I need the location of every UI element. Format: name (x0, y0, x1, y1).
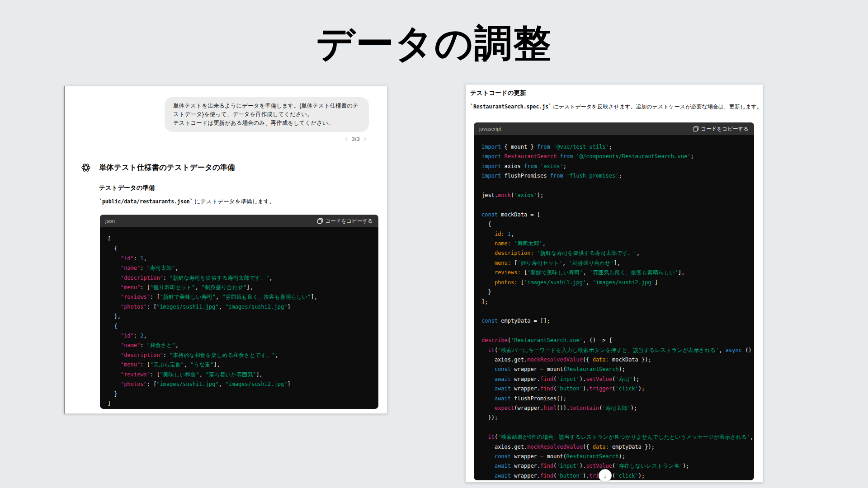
chat-screenshot-right: テストコードの更新 `RestaurantSearch.spec.js` にテス… (465, 84, 763, 483)
inline-code-path: `RestaurantSearch.spec.js` (470, 103, 552, 110)
json-code-block: json コードをコピーする [ { "id": 1, "name": "寿司太… (100, 215, 378, 409)
copy-icon (693, 126, 698, 131)
assistant-message-header: 単体テスト仕様書のテストデータの準備 (80, 162, 376, 173)
intro-text: にテストデータを準備します。 (193, 198, 275, 205)
assistant-intro-text: `RestaurantSearch.spec.js` にテストデータを反映させま… (470, 103, 762, 111)
code-language-label: javascript (479, 126, 501, 131)
code-block-header: javascript コードをコピーする (474, 122, 754, 135)
assistant-subheading: テストデータの準備 (99, 184, 155, 192)
user-message-bubble: 単体テストを出来るようにデータを準備します。{単体テスト仕様書のテストデータ}を… (165, 97, 369, 132)
json-code-content: [ { "id": 1, "name": "寿司太郎", "descriptio… (100, 227, 378, 409)
page-title: データの調整 (0, 18, 868, 70)
inline-code-path: `public/data/restaurants.json` (99, 198, 193, 205)
chatgpt-logo-icon (80, 162, 91, 173)
javascript-code-content: import { mount } from '@vue/test-utils';… (474, 135, 754, 480)
chevron-right-icon[interactable]: › (364, 135, 366, 142)
user-message-paragraph: 単体テストを出来るようにデータを準備します。{単体テスト仕様書のテストデータ}を… (173, 102, 360, 119)
intro-text: にテストデータを反映させます。追加のテストケースが必要な場合は、更新します。 (552, 103, 762, 110)
copy-code-label: コードをコピーする (701, 126, 749, 132)
code-block-header: json コードをコピーする (100, 215, 378, 227)
chevron-left-icon[interactable]: ‹ (345, 135, 347, 142)
pagination-label: 3/3 (352, 136, 360, 142)
arrow-down-icon: ↓ (604, 472, 607, 479)
assistant-heading: 単体テスト仕様書のテストデータの準備 (99, 163, 235, 173)
javascript-code-block: javascript コードをコピーする import { mount } fr… (474, 122, 754, 480)
chat-screenshot-left: 単体テストを出来るようにデータを準備します。{単体テスト仕様書のテストデータ}を… (64, 86, 387, 414)
copy-code-button[interactable]: コードをコピーする (693, 126, 749, 132)
code-language-label: json (105, 218, 115, 224)
copy-code-button[interactable]: コードをコピーする (317, 218, 373, 225)
message-pagination: ‹ 3/3 › (345, 135, 366, 142)
copy-code-label: コードをコピーする (326, 218, 373, 225)
assistant-heading: テストコードの更新 (470, 89, 526, 97)
copy-icon (317, 218, 323, 224)
assistant-intro-text: `public/data/restaurants.json` にテストデータを準… (99, 198, 275, 206)
scroll-to-bottom-button[interactable]: ↓ (599, 469, 612, 482)
user-message-paragraph: テストコードは更新がある場合のみ、再作成をしてください。 (173, 119, 360, 127)
